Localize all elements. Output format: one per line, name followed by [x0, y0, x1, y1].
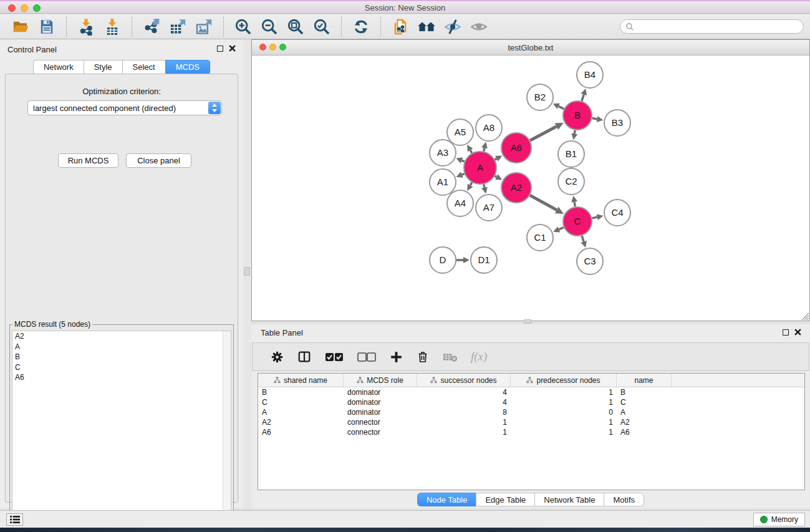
column-header-MCDS-role[interactable]: MCDS role — [344, 374, 417, 387]
table-cell: connector — [344, 427, 417, 437]
zoom-in-icon[interactable] — [234, 17, 253, 36]
column-header-name[interactable]: name — [617, 374, 672, 387]
edge-A-A2[interactable] — [495, 176, 497, 177]
show-graphics-details-icon[interactable] — [470, 17, 488, 36]
refresh-icon[interactable] — [352, 17, 370, 36]
tab-mcds[interactable]: MCDS — [165, 60, 210, 74]
column-layout-icon[interactable] — [297, 350, 311, 364]
window-resize-grip[interactable] — [800, 311, 809, 321]
run-mcds-button[interactable]: Run MCDS — [58, 153, 118, 168]
edge-A6-B[interactable] — [530, 127, 556, 140]
memory-button[interactable]: Memory — [753, 513, 805, 526]
zoom-out-icon[interactable] — [260, 17, 279, 36]
table-cell: A6 — [258, 427, 344, 437]
close-panel-button[interactable]: Close panel — [126, 153, 191, 168]
tab-motifs[interactable]: Motifs — [604, 493, 644, 506]
column-type-icon — [526, 377, 533, 384]
close-table-panel-icon[interactable] — [794, 329, 801, 336]
edge-B-B2[interactable] — [559, 106, 564, 109]
hide-graphics-details-icon[interactable] — [443, 17, 462, 36]
table-body: Bdominator41BCdominator41CAdominator80AA… — [258, 387, 804, 437]
result-item[interactable]: B — [12, 352, 231, 362]
edge-A-A3[interactable] — [462, 160, 465, 162]
vertical-splitter[interactable] — [243, 39, 251, 508]
criterion-select[interactable]: largest connected component (directed) — [27, 100, 222, 115]
edge-A-A1[interactable] — [462, 174, 465, 175]
table-row[interactable]: Adominator80A — [258, 407, 804, 417]
table-toolbar: f(x) — [252, 342, 809, 371]
result-item[interactable]: A6 — [12, 372, 231, 383]
table-row[interactable]: Cdominator41C — [258, 397, 804, 407]
import-table-icon[interactable] — [103, 17, 122, 36]
table-cell: A2 — [258, 417, 344, 427]
export-table-icon[interactable] — [168, 17, 187, 36]
edge-B-B3[interactable] — [592, 118, 597, 118]
tab-select[interactable]: Select — [122, 60, 165, 74]
first-neighbors-icon[interactable] — [417, 17, 436, 36]
main-toolbar — [0, 14, 810, 39]
network-window-titlebar[interactable]: testGlobe.txt — [252, 40, 809, 56]
edge-A-A5[interactable] — [470, 150, 472, 153]
table-row[interactable]: Bdominator41B — [258, 387, 804, 397]
save-icon[interactable] — [37, 17, 56, 36]
zoom-selected-icon[interactable] — [312, 17, 331, 36]
desktop-background-strip — [0, 528, 810, 532]
export-image-icon[interactable] — [195, 17, 213, 36]
edge-C-C2[interactable] — [574, 202, 575, 207]
tab-node-table[interactable]: Node Table — [417, 493, 476, 506]
mcds-result-box: MCDS result (5 nodes) A2ABCA6 — [9, 320, 234, 532]
table-header-row: shared nameMCDS rolesuccessor nodesprede… — [258, 374, 804, 387]
search-input[interactable] — [637, 22, 803, 31]
open-folder-icon[interactable] — [11, 17, 30, 36]
arrowhead-icon — [597, 116, 604, 122]
column-type-icon — [357, 377, 364, 384]
result-item[interactable]: A — [12, 342, 231, 352]
result-item[interactable]: A2 — [12, 331, 231, 342]
edge-C-C3[interactable] — [582, 236, 584, 242]
column-header-predecessor-nodes[interactable]: predecessor nodes — [511, 374, 617, 387]
tab-network[interactable]: Network — [33, 60, 84, 74]
select-all-checkboxes-icon[interactable] — [325, 352, 344, 362]
table-type-tabs: Node TableEdge TableNetwork TableMotifs — [251, 493, 810, 506]
add-column-icon[interactable] — [390, 351, 403, 364]
edge-A-A8[interactable] — [484, 148, 485, 151]
deselect-all-checkboxes-icon[interactable] — [357, 352, 376, 362]
float-table-panel-icon[interactable] — [783, 329, 789, 336]
result-scrollbar[interactable] — [223, 331, 231, 523]
network-canvas[interactable]: B4B2BB3A5A8A6B1A3AC2A1A2A4A7C4CC1C3DD1 — [253, 56, 809, 321]
new-network-from-selection-icon[interactable] — [391, 17, 410, 36]
arrowhead-icon — [571, 133, 577, 140]
column-header-successor-nodes[interactable]: successor nodes — [417, 374, 511, 387]
edge-C-C4[interactable] — [592, 217, 597, 218]
gear-icon[interactable] — [271, 351, 284, 364]
edge-B-B4[interactable] — [582, 95, 584, 102]
window-title: Session: New Session — [0, 3, 810, 12]
task-history-button[interactable] — [6, 513, 23, 526]
table-row[interactable]: A6connector11A6 — [258, 427, 804, 437]
import-network-icon[interactable] — [77, 17, 95, 36]
float-panel-icon[interactable] — [217, 46, 223, 52]
node-label-C4: C4 — [611, 207, 623, 218]
node-label-B1: B1 — [566, 148, 577, 159]
close-panel-icon[interactable] — [229, 45, 236, 52]
splitter-handle[interactable] — [244, 267, 250, 276]
tab-style[interactable]: Style — [84, 60, 122, 74]
edge-A-A6[interactable] — [495, 158, 497, 160]
edge-A2-C[interactable] — [530, 195, 557, 210]
table-cell: 8 — [417, 407, 511, 417]
edge-A-A7[interactable] — [484, 184, 485, 187]
edge-A-A4[interactable] — [470, 183, 472, 186]
edge-B-B1[interactable] — [574, 130, 575, 134]
edge-C-C1[interactable] — [559, 228, 564, 230]
result-item[interactable]: C — [12, 362, 231, 373]
tab-network-table[interactable]: Network Table — [534, 493, 604, 506]
search-field[interactable] — [620, 19, 804, 34]
column-header-shared-name[interactable]: shared name — [258, 374, 344, 387]
horizontal-splitter-handle[interactable] — [524, 319, 532, 324]
tab-edge-table[interactable]: Edge Table — [476, 493, 534, 506]
status-bar: Memory — [0, 510, 810, 528]
zoom-fit-icon[interactable] — [286, 17, 305, 36]
export-network-icon[interactable] — [142, 17, 161, 36]
delete-column-trash-icon[interactable] — [417, 351, 429, 364]
table-row[interactable]: A2connector11A2 — [258, 417, 804, 427]
